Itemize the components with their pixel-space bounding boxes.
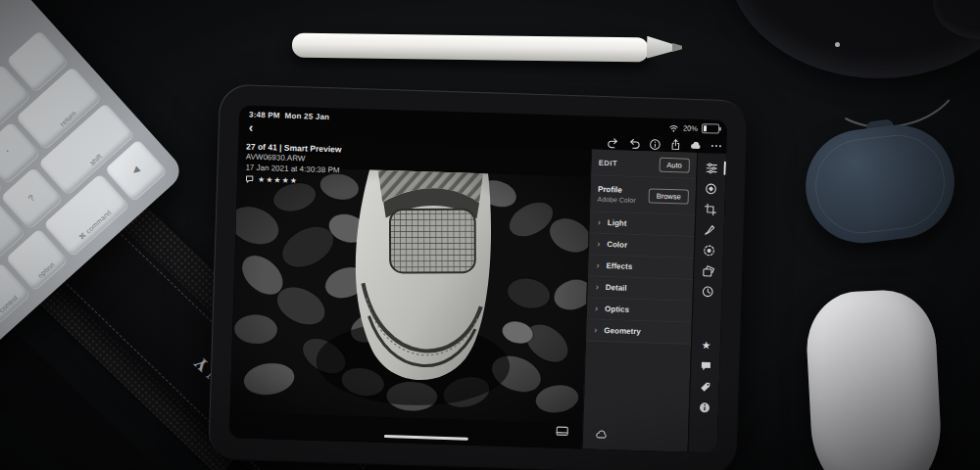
cloud-sync-icon[interactable] (595, 429, 608, 442)
pencil-cone (647, 36, 674, 59)
section-label: Detail (606, 283, 627, 293)
pencil-tip (672, 43, 682, 52)
chevron-right-icon: › (598, 218, 601, 227)
battery-icon (702, 123, 719, 134)
tablet: 3:48 PM Mon 25 Jan 20% ‹ (208, 84, 749, 470)
info-filled-icon[interactable] (698, 400, 710, 413)
photo-shoe (230, 165, 591, 423)
versions-icon[interactable] (702, 285, 714, 298)
chevron-right-icon: › (595, 305, 598, 313)
photo-datetime: 17 Jan 2021 at 4:30:38 PM (245, 163, 341, 176)
status-date: Mon 25 Jan (285, 112, 330, 121)
mouse (804, 288, 944, 470)
section-label: Optics (605, 305, 629, 314)
status-time-date: 3:48 PM Mon 25 Jan (249, 111, 329, 122)
content: 27 of 41 | Smart Preview AVW06930.ARW 17… (229, 138, 726, 452)
comment-bubble-icon (245, 174, 254, 183)
photo-area: 27 of 41 | Smart Preview AVW06930.ARW 17… (229, 138, 591, 448)
edit-panel: EDIT Auto Profile Adobe Color Browse › L… (582, 150, 698, 452)
edit-header-row: EDIT Auto (591, 150, 697, 179)
section-label: Geometry (604, 326, 641, 336)
chevron-right-icon: › (597, 240, 600, 249)
chevron-right-icon: › (596, 283, 599, 292)
back-button[interactable]: ‹ (249, 122, 254, 134)
brush-icon[interactable] (704, 223, 716, 236)
edit-header: EDIT (599, 158, 618, 167)
tablet-screen: 3:48 PM Mon 25 Jan 20% ‹ (229, 105, 727, 452)
section-label: Effects (606, 261, 632, 271)
stylus-pencil (292, 32, 649, 62)
more-icon[interactable] (710, 139, 722, 152)
desk-scene: SONY ' return < ? shift control o (0, 0, 980, 470)
lens-index-dot (835, 42, 840, 47)
redo-icon[interactable] (607, 136, 619, 149)
rail-spacer (707, 306, 708, 331)
crop-icon[interactable] (704, 203, 716, 215)
rate-review-icon[interactable]: ★ (700, 339, 712, 352)
edit-sliders-icon[interactable] (705, 162, 717, 174)
earbud-case (799, 118, 960, 250)
auto-button[interactable]: Auto (659, 157, 690, 172)
share-icon[interactable] (668, 138, 681, 151)
browse-button[interactable]: Browse (649, 188, 689, 204)
star-rating[interactable]: ★★★★★ (258, 175, 298, 185)
section-label: Color (607, 240, 627, 250)
info-icon[interactable] (648, 137, 661, 150)
cloud-icon[interactable] (689, 139, 702, 152)
undo-icon[interactable] (627, 137, 640, 150)
status-icons: 20% (668, 122, 719, 134)
activity-icon[interactable] (699, 359, 711, 372)
battery-percent: 20% (683, 123, 698, 132)
selected-tool-indicator (723, 162, 725, 175)
filmstrip-icon[interactable] (556, 423, 569, 441)
chevron-right-icon: › (594, 326, 597, 335)
heal-icon[interactable] (705, 182, 717, 195)
profile-row: Profile Adobe Color Browse (590, 176, 696, 215)
section-label: Light (608, 218, 627, 228)
chevron-right-icon: › (596, 261, 599, 270)
profile-value: Adobe Color (598, 195, 636, 205)
wifi-icon (668, 123, 679, 132)
presets-icon[interactable] (702, 264, 714, 277)
section-geometry[interactable]: › Geometry (586, 319, 692, 344)
status-bar: 3:48 PM Mon 25 Jan 20% (239, 108, 727, 137)
masking-icon[interactable] (703, 244, 715, 257)
keywords-icon[interactable] (698, 380, 710, 393)
photo-metadata: 27 of 41 | Smart Preview AVW06930.ARW 17… (245, 141, 342, 186)
status-time: 3:48 PM (249, 111, 280, 120)
